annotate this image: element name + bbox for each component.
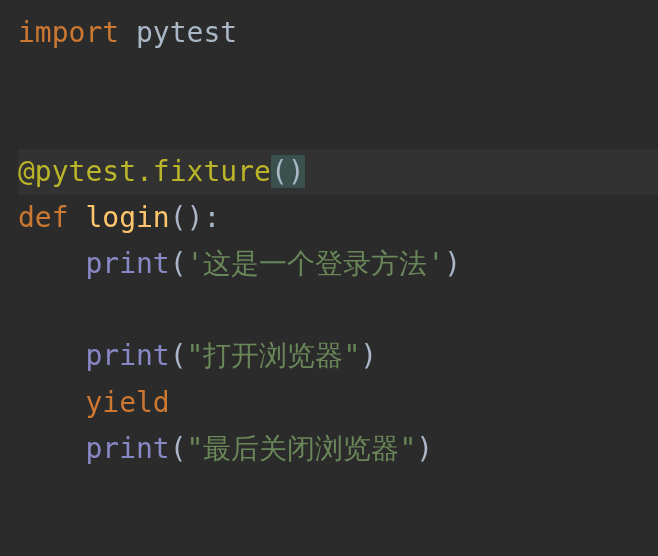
paren-close: ) <box>288 155 305 188</box>
code-line-1[interactable]: import pytest <box>18 10 658 56</box>
code-line-blank[interactable] <box>18 287 658 333</box>
code-line-decorator[interactable]: @pytest.fixture() <box>18 149 658 195</box>
string-literal: "最后关闭浏览器" <box>187 432 417 465</box>
keyword-yield: yield <box>85 386 169 419</box>
code-editor[interactable]: import pytest @pytest.fixture() def logi… <box>18 10 658 472</box>
paren-close: ) <box>360 339 377 372</box>
code-line-blank[interactable] <box>18 56 658 102</box>
code-line-print1[interactable]: print('这是一个登录方法') <box>18 241 658 287</box>
colon: : <box>203 201 220 234</box>
keyword-import: import <box>18 16 119 49</box>
paren-open: ( <box>170 432 187 465</box>
paren-close: ) <box>444 247 461 280</box>
code-line-blank[interactable] <box>18 102 658 148</box>
string-literal: "打开浏览器" <box>187 339 361 372</box>
paren-open: ( <box>170 339 187 372</box>
string-literal: '这是一个登录方法' <box>187 247 445 280</box>
parens: () <box>170 201 204 234</box>
builtin-print: print <box>85 339 169 372</box>
function-name: login <box>85 201 169 234</box>
builtin-print: print <box>85 247 169 280</box>
module-name: pytest <box>136 16 237 49</box>
code-line-yield[interactable]: yield <box>18 380 658 426</box>
paren-close: ) <box>416 432 433 465</box>
keyword-def: def <box>18 201 69 234</box>
code-line-def[interactable]: def login(): <box>18 195 658 241</box>
code-line-print3[interactable]: print("最后关闭浏览器") <box>18 426 658 472</box>
code-line-print2[interactable]: print("打开浏览器") <box>18 333 658 379</box>
paren-open: ( <box>170 247 187 280</box>
builtin-print: print <box>85 432 169 465</box>
decorator: @pytest.fixture <box>18 155 271 188</box>
paren-open: ( <box>271 155 288 188</box>
